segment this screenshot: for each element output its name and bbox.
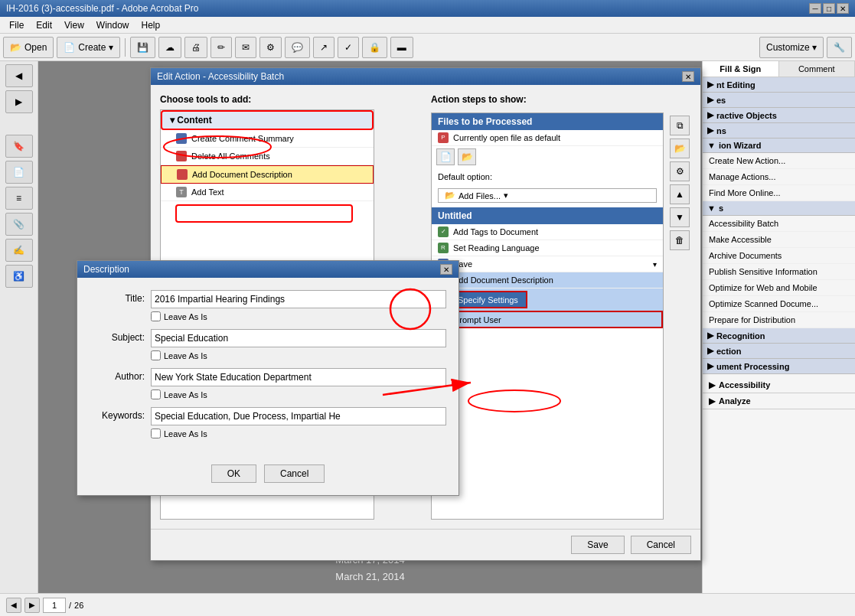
edit-button[interactable]: ✏ [210,37,232,58]
duplicate-action-button[interactable]: ⧉ [670,116,690,135]
settings-action-button[interactable]: ⚙ [670,161,690,181]
save-toolbar-button[interactable]: 💾 [130,37,155,58]
section-s[interactable]: ▼ s [703,201,855,216]
cancel-action-button[interactable]: Cancel [631,536,691,554]
nav-forward-button[interactable]: ▶ [5,90,33,113]
keywords-input[interactable] [151,407,446,425]
wizard-item-create[interactable]: Create New Action... [703,153,855,169]
layers-button[interactable]: ≡ [5,187,33,210]
tool-add-text[interactable]: T Add Text [161,184,374,201]
section-ument-processing[interactable]: ▶ ument Processing [703,359,855,374]
keywords-field-row: Keywords: Leave As Is [90,407,446,438]
section-ection[interactable]: ▶ ection [703,344,855,359]
action-item-optimize-scan[interactable]: Optimize Scanned Docume... [703,296,855,312]
menu-window[interactable]: Window [90,18,135,32]
action-item-publish[interactable]: Publish Sensitive Information [703,264,855,280]
bookmarks-button[interactable]: 🔖 [5,135,33,158]
author-input-col: Leave As Is [151,368,446,399]
open-button[interactable]: 📂 Open [3,37,54,58]
tool-add-document-description[interactable]: Add Document Description [161,165,374,184]
action-item-prepare[interactable]: Prepare for Distribution [703,312,855,328]
accessibility-nav-button[interactable]: ♿ [5,265,33,288]
tool-create-comment[interactable]: Create Comment Summary [161,130,374,148]
description-close-button[interactable]: ✕ [440,264,452,275]
author-leave-as-is-checkbox[interactable] [151,389,161,399]
signatures-button[interactable]: ✍ [5,239,33,262]
page-number-input[interactable] [43,598,66,613]
section-es[interactable]: ▶ es [703,93,855,108]
share-button[interactable]: ↗ [313,37,334,58]
maximize-button[interactable]: □ [823,3,835,14]
menu-bar: File Edit View Window Help [0,17,855,34]
close-window-button[interactable]: ✕ [837,3,849,14]
tool-icon-2 [176,151,187,161]
section-recognition[interactable]: ▶ Recognition [703,328,855,344]
upload-button[interactable]: ☁ [158,37,181,58]
section-interactive[interactable]: ▶ ractive Objects [703,108,855,123]
section-content-editing[interactable]: ▶ nt Editing [703,77,855,93]
prev-page-button[interactable]: ◀ [6,598,21,613]
menu-view[interactable]: View [58,18,90,32]
open-folder-button[interactable]: 📂 [458,148,476,165]
subject-input[interactable] [151,329,446,347]
action-item-optimize-web[interactable]: Optimize for Web and Mobile [703,280,855,296]
print-button[interactable]: 🖨 [184,37,207,58]
tools-panel-button[interactable]: 🔧 [827,37,852,58]
action-item-archive[interactable]: Archive Documents [703,248,855,264]
accessibility-expandable[interactable]: ▶ Accessibility [703,377,855,393]
chevron-down-icon-2: ▼ [707,204,716,213]
keywords-leave-as-is-row: Leave As Is [151,429,446,438]
action-save[interactable]: 💾 Save ▾ [432,256,663,272]
tools-button[interactable]: ⚙ [259,37,282,58]
add-files-button[interactable]: 📂 Add Files... ▾ [438,188,657,203]
author-input[interactable] [151,368,446,386]
content-section[interactable]: ▾ Content [161,110,374,130]
keywords-leave-as-is-checkbox[interactable] [151,429,161,438]
section-wizard[interactable]: ▼ ion Wizard [703,139,855,153]
save-action-button[interactable]: Save [571,536,624,554]
wizard-item-find[interactable]: Find More Online... [703,185,855,201]
action-item-accessibility[interactable]: Accessibility Batch [703,216,855,232]
menu-file[interactable]: File [3,18,30,32]
open-file-action-button[interactable]: 📂 [670,139,690,158]
nav-panel: ◀ ▶ 🔖 📄 ≡ 📎 ✍ ♿ [0,61,38,593]
menu-edit[interactable]: Edit [30,18,58,32]
add-file-button[interactable]: 📄 [436,148,455,165]
title-leave-as-is-checkbox[interactable] [151,311,161,321]
section-ns[interactable]: ▶ ns [703,123,855,139]
comment-toolbar-button[interactable]: 💬 [285,37,310,58]
move-down-button[interactable]: ▼ [670,207,690,227]
tab-fill-sign[interactable]: Fill & Sign [703,61,779,77]
review-button[interactable]: ✓ [338,37,359,58]
files-current-open[interactable]: P Currently open file as default [432,130,663,146]
analyze-expandable[interactable]: ▶ Analyze [703,393,855,409]
pages-button[interactable]: 📄 [5,161,33,184]
title-input[interactable] [151,290,446,308]
redact-button[interactable]: ▬ [390,37,413,58]
edit-action-close-button[interactable]: ✕ [682,71,694,82]
attachments-button[interactable]: 📎 [5,213,33,236]
subject-leave-as-is-checkbox[interactable] [151,350,161,360]
app-title: IH-2016 (3)-accessible.pdf - Adobe Acrob… [6,3,198,14]
tab-comment[interactable]: Comment [779,61,856,77]
action-item-make-accessible[interactable]: Make Accessible [703,232,855,248]
move-up-button[interactable]: ▲ [670,184,690,204]
customize-button[interactable]: Customize ▾ [759,37,824,58]
action-add-tags[interactable]: ✓ Add Tags to Document [432,224,663,240]
action-add-document-description[interactable]: P Add Document Description [432,272,663,288]
email-button[interactable]: ✉ [235,37,256,58]
next-page-button[interactable]: ▶ [24,598,40,613]
nav-back-button[interactable]: ◀ [5,64,33,87]
minimize-button[interactable]: ─ [809,3,821,14]
wizard-item-manage[interactable]: Manage Actions... [703,169,855,185]
protect-button[interactable]: 🔒 [362,37,387,58]
menu-help[interactable]: Help [135,18,167,32]
tool-delete-comments[interactable]: Delete All Comments [161,148,374,165]
description-footer: OK Cancel [77,458,459,495]
cancel-desc-button[interactable]: Cancel [264,464,325,483]
delete-action-button[interactable]: 🗑 [670,230,690,250]
action-reading-language[interactable]: R Set Reading Language [432,240,663,256]
create-button[interactable]: 📄 Create ▾ [57,37,119,58]
ok-button[interactable]: OK [211,464,256,483]
tools-header: Choose tools to add: [160,94,374,105]
